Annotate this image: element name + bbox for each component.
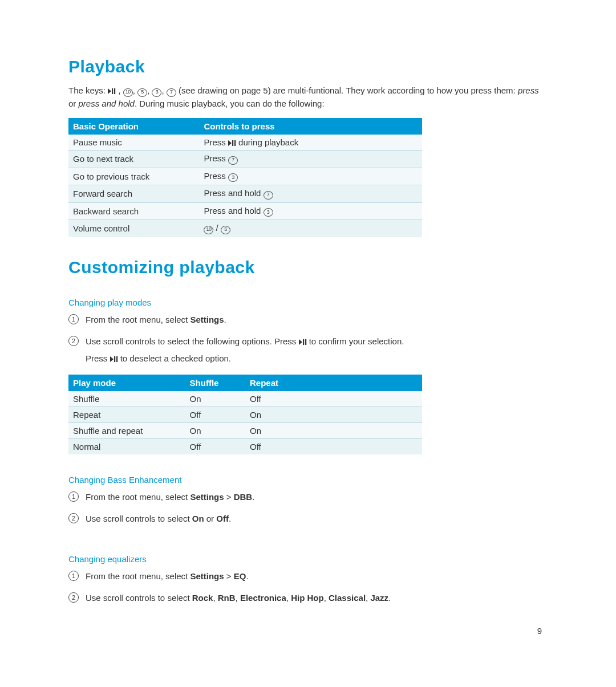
intro-italic: press [518,86,539,95]
steps-bass: From the root menu, select Settings > DB… [68,490,548,534]
step-item: From the root menu, select Settings. [68,313,548,335]
key-3-icon: 3 [264,208,273,217]
cell-repeat: Off [245,391,422,407]
subheading-bass: Changing Bass Enhancement [68,475,548,485]
cell-operation: Pause music [68,135,199,151]
step-bold: RnB [218,593,236,603]
cell-mode: Shuffle [68,391,185,407]
intro-italic: press and hold [79,99,135,108]
manual-page: Playback The keys: , 10, 5, 3, 7 (see dr… [0,0,616,687]
page-number: 9 [537,626,542,636]
table-header: Shuffle [185,375,245,391]
table-row: Shuffle and repeatOnOn [68,422,422,438]
steps-eq: From the root menu, select Settings > EQ… [68,570,548,613]
step-bold: Settings [190,315,224,324]
step-item: Use scroll controls to select the follow… [68,335,548,356]
step-item: From the root menu, select Settings > DB… [68,490,548,512]
step-text: . [229,514,231,523]
heading-playback: Playback [68,57,548,76]
step-bold: Off [216,514,229,523]
svg-rect-8 [305,339,306,345]
step-text: > [224,571,234,581]
step-text: . [246,571,248,581]
step-text: to confirm your selection. [307,336,404,346]
play-pause-icon [108,86,116,95]
step-text: . [388,593,391,603]
step-text: > [224,492,234,502]
basic-operation-table: Basic Operation Controls to press Pause … [68,118,422,237]
table-header: Play mode [68,375,185,391]
step-bold: EQ [234,571,246,581]
key-10-icon: 10 [204,226,213,234]
cell-shuffle: On [185,422,245,438]
table-row: Pause musicPress during playback [68,135,422,151]
svg-marker-6 [299,339,302,345]
key-5-icon: 5 [137,88,147,97]
step-text: . [224,315,226,324]
step-bold: Classical [329,593,366,603]
svg-marker-9 [110,356,114,362]
key-5-icon: 5 [221,226,230,234]
key-10-icon: 10 [123,88,133,97]
step-bold: Electronica [240,593,286,603]
step-item: Use scroll controls to select Rock, RnB,… [68,591,548,613]
table-header: Basic Operation [68,118,199,135]
key-3-icon: 3 [228,173,238,182]
step-item: Use scroll controls to select On or Off. [68,512,548,534]
svg-rect-5 [234,140,236,146]
cell-controls: Press 7 [199,151,422,168]
heading-customizing: Customizing playback [68,258,548,277]
svg-rect-2 [114,88,115,94]
cell-repeat: Off [245,438,422,454]
table-header: Repeat [245,375,422,391]
cell-controls: Press 3 [199,168,422,185]
step-bold: DBB [234,492,253,502]
cell-shuffle: On [185,391,245,407]
step-bold: Hip Hop [291,593,324,603]
cell-operation: Backward search [68,202,199,220]
step-bold: Jazz [370,593,388,603]
svg-rect-4 [232,140,233,146]
table-row: NormalOffOff [68,438,422,454]
step-text: , [324,593,329,603]
step-bold: Rock [192,593,213,603]
key-7-icon: 7 [167,88,176,97]
svg-rect-10 [114,356,115,362]
cell-controls: 10 / 5 [199,220,422,237]
step-text: or [204,514,217,523]
play-mode-table: Play mode Shuffle Repeat ShuffleOnOffRep… [68,375,422,454]
step-text: Use scroll controls to select [86,593,192,603]
cell-operation: Forward search [68,185,199,203]
intro-paragraph: The keys: , 10, 5, 3, 7 (see drawing on … [68,84,548,110]
key-7-icon: 7 [264,191,273,200]
subheading-eq: Changing equalizers [68,554,548,564]
cell-repeat: On [245,406,422,422]
step-bold: Settings [190,492,224,502]
cell-operation: Go to previous track [68,168,199,185]
step-text: From the root menu, select [86,492,190,502]
cell-shuffle: Off [185,438,245,454]
cell-controls: Press and hold 7 [199,185,422,203]
table-row: Volume control10 / 5 [68,220,422,237]
subheading-play-modes: Changing play modes [68,298,548,307]
table-row: Go to next trackPress 7 [68,151,422,168]
cell-mode: Shuffle and repeat [68,422,185,438]
steps-play-modes: From the root menu, select Settings. Use… [68,313,548,356]
step-text: From the root menu, select [86,315,190,324]
cell-mode: Normal [68,438,185,454]
table-row: Forward searchPress and hold 7 [68,185,422,203]
svg-marker-0 [108,88,111,94]
svg-rect-1 [112,88,113,94]
step-bold: Settings [190,571,224,581]
step-text: From the root menu, select [86,571,190,581]
table-row: Backward searchPress and hold 3 [68,202,422,220]
cell-repeat: On [245,422,422,438]
step-bold: On [192,514,204,523]
key-7-icon: 7 [228,156,238,165]
intro-text: The keys: [68,86,108,95]
step-text: Use scroll controls to select [86,514,192,523]
intro-text: (see drawing on page 5) are multi-funtio… [179,86,518,95]
cell-shuffle: Off [185,406,245,422]
step-item: From the root menu, select Settings > EQ… [68,570,548,591]
cell-operation: Go to next track [68,151,199,168]
